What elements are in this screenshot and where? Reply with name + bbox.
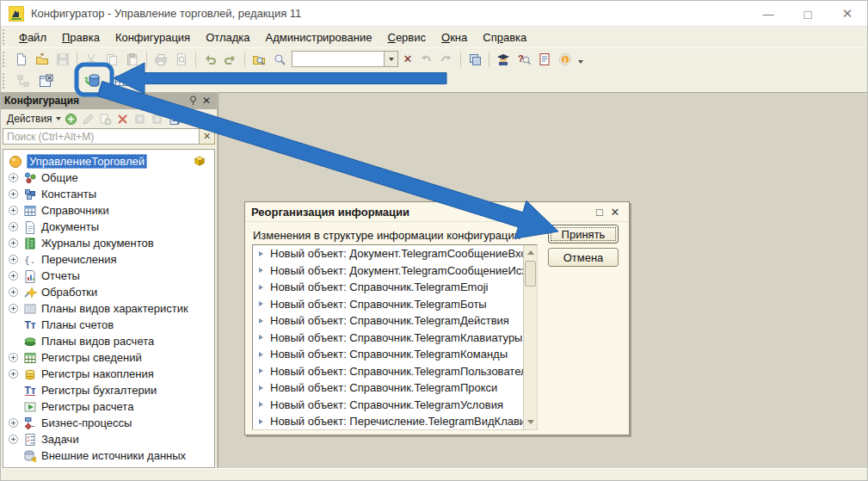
expand-triangle-icon[interactable] — [259, 402, 263, 407]
pin-icon[interactable] — [186, 96, 200, 106]
expander-icon[interactable] — [9, 238, 18, 248]
cut-button[interactable] — [81, 50, 102, 69]
expander-icon[interactable] — [9, 304, 18, 313]
list-scrollbar[interactable] — [523, 245, 537, 429]
menu-administration[interactable]: Администрирование — [258, 28, 380, 46]
expander-icon[interactable] — [9, 418, 18, 428]
search-clear-button[interactable]: ✕ — [200, 128, 215, 145]
cancel-button[interactable]: Отмена — [548, 248, 619, 267]
change-item[interactable]: Новый объект: Документ.TelegramСообщение… — [253, 262, 537, 280]
expander-icon[interactable] — [9, 222, 18, 231]
menu-file[interactable]: Файл — [11, 28, 54, 46]
expander-icon[interactable] — [9, 435, 18, 444]
maximize-button[interactable]: □ — [788, 1, 828, 27]
tree-item-accumulation-registers[interactable]: Регистры накопления — [3, 366, 214, 382]
minimize-button[interactable]: — — [748, 1, 788, 27]
accept-button[interactable]: Принять — [548, 225, 619, 244]
tree-item-business-processes[interactable]: Бизнес-процессы — [3, 415, 214, 431]
sort-button[interactable] — [166, 110, 183, 127]
expander-icon[interactable] — [9, 353, 18, 362]
redo-button[interactable] — [220, 50, 241, 69]
scroll-up-icon[interactable] — [524, 246, 537, 259]
tree-item-chart-of-accounts[interactable]: ТтПланы счетов — [3, 317, 214, 333]
expand-triangle-icon[interactable] — [259, 318, 263, 324]
expander-icon[interactable] — [9, 255, 18, 264]
menu-edit[interactable]: Правка — [54, 28, 108, 46]
dialog-maximize-icon[interactable]: □ — [592, 206, 607, 219]
tree-item-chart-characteristic-types[interactable]: Планы видов характеристик — [3, 300, 214, 317]
tree-item-information-registers[interactable]: Регистры сведений — [3, 349, 214, 366]
go-back-button[interactable] — [416, 50, 436, 69]
tree-item-calculation-registers[interactable]: Регистры расчета — [3, 398, 214, 415]
edit-button[interactable] — [80, 110, 97, 127]
table-button[interactable] — [111, 71, 132, 90]
change-item[interactable]: Новый объект: Справочник.TelegramУсловия — [253, 397, 537, 414]
expand-triangle-icon[interactable] — [259, 352, 263, 357]
tree-item-reports[interactable]: Отчеты — [3, 268, 214, 284]
clear-search-button[interactable]: ✕ — [400, 51, 416, 68]
change-item[interactable]: Новый объект: Справочник.TelegramКоманды — [253, 346, 537, 363]
expand-triangle-icon[interactable] — [259, 419, 263, 424]
expand-triangle-icon[interactable] — [259, 285, 263, 290]
tree-item-documents[interactable]: Документы — [3, 219, 214, 235]
tree-item-common[interactable]: Общие — [3, 170, 214, 186]
toolbar-grip[interactable] — [3, 73, 9, 89]
tree-item-chart-calculation-types[interactable]: Планы видов расчета — [3, 333, 214, 349]
syntax-check-button[interactable] — [493, 50, 514, 69]
change-item[interactable]: Новый объект: Справочник.TelegramПрокси — [253, 379, 537, 397]
search-input[interactable] — [292, 51, 385, 67]
save-button[interactable] — [52, 50, 73, 69]
toolbar-grip[interactable] — [3, 29, 9, 45]
change-item[interactable]: Новый объект: Перечисление.TelegramВидКл… — [253, 413, 537, 430]
window-list-button[interactable] — [465, 50, 485, 69]
menu-windows[interactable]: Окна — [434, 28, 475, 46]
expand-triangle-icon[interactable] — [259, 251, 263, 256]
move-down-button[interactable] — [149, 110, 166, 127]
change-item[interactable]: Новый объект: Справочник.TelegramБоты — [253, 296, 537, 313]
tree-item-enums[interactable]: {..}Перечисления — [3, 251, 214, 268]
close-button[interactable]: ✕ — [828, 1, 867, 27]
templates-button[interactable] — [534, 50, 555, 69]
expander-icon[interactable] — [9, 369, 18, 379]
tree-root-item[interactable]: УправлениеТорговлей — [3, 153, 214, 170]
update-db-config-button[interactable] — [82, 71, 102, 90]
expander-icon[interactable] — [9, 189, 18, 199]
tree-item-constants[interactable]: Константы — [3, 186, 214, 202]
expander-icon[interactable] — [9, 271, 18, 281]
menu-help[interactable]: Справка — [475, 28, 534, 46]
clone-button[interactable] — [97, 110, 114, 127]
menu-debug[interactable]: Отладка — [198, 28, 257, 46]
toolbar-grip[interactable] — [3, 52, 9, 67]
change-item[interactable]: Новый объект: Справочник.TelegramКлавиат… — [253, 330, 537, 347]
close-window-button[interactable] — [35, 71, 56, 90]
expand-triangle-icon[interactable] — [259, 385, 263, 391]
panel-close-icon[interactable]: ✕ — [200, 95, 213, 107]
expander-icon[interactable] — [9, 173, 18, 182]
expand-triangle-icon[interactable] — [259, 368, 263, 373]
expander-icon[interactable] — [9, 206, 18, 215]
tree-search-input[interactable] — [3, 128, 200, 145]
new-document-button[interactable] — [11, 50, 32, 69]
help-index-button[interactable]: ? — [514, 50, 534, 69]
change-item[interactable]: Новый объект: Документ.TelegramСообщение… — [253, 245, 537, 262]
paste-button[interactable] — [122, 50, 143, 69]
menu-configuration[interactable]: Конфигурация — [108, 28, 198, 46]
expander-icon[interactable] — [9, 287, 18, 297]
delete-button[interactable] — [114, 110, 132, 127]
hierarchy-button[interactable] — [13, 71, 34, 90]
dialog-close-icon[interactable]: ✕ — [607, 206, 623, 219]
tree-item-tasks[interactable]: Задачи — [3, 431, 214, 447]
go-forward-button[interactable] — [436, 50, 457, 69]
add-button[interactable] — [63, 110, 80, 127]
tree-item-catalogs[interactable]: Справочники — [3, 202, 214, 219]
actions-menu-button[interactable]: Действия — [3, 111, 63, 126]
scroll-thumb[interactable] — [525, 261, 536, 287]
print-preview-button[interactable] — [171, 50, 192, 69]
menu-service[interactable]: Сервис — [380, 28, 434, 46]
expand-triangle-icon[interactable] — [259, 268, 263, 273]
print-button[interactable] — [151, 50, 171, 69]
copy-button[interactable] — [102, 50, 122, 69]
expand-triangle-icon[interactable] — [259, 335, 263, 340]
tree-item-external-data-sources[interactable]: Внешние источники данных — [3, 447, 214, 464]
combobox-dropdown-button[interactable] — [385, 51, 398, 67]
